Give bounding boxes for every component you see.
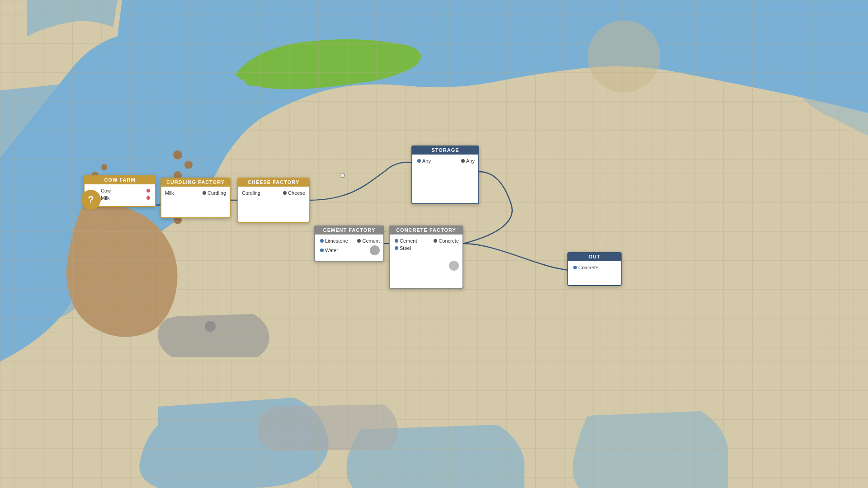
curdling-factory-header: CURDLING FACTORY: [160, 178, 231, 187]
storage-any-out-label: Any: [466, 158, 475, 164]
curdling-in-label: Curdling: [242, 190, 260, 196]
concrete-out-port: [434, 239, 437, 243]
storage-any-in-container: Any: [416, 158, 431, 164]
cow-farm-body: ? Cow Milk: [84, 184, 156, 207]
out-node-header: OUT: [567, 252, 622, 261]
concrete-icon: [449, 261, 459, 271]
limestone-in-container: Limestone: [319, 238, 348, 244]
milk-label: Milk: [101, 195, 110, 201]
storage-node[interactable]: STORAGE Any Any: [411, 145, 479, 204]
storage-row: Any Any: [416, 157, 475, 164]
concrete-out-label: Concrete: [439, 238, 459, 244]
curdling-out-container: Curdling: [201, 190, 226, 196]
curdling-factory-body: Milk Curdling: [160, 187, 231, 218]
svg-point-3: [173, 150, 182, 160]
concrete-factory-body: Cement Concrete Steel: [389, 235, 463, 289]
concrete-factory-header: CONCRETE FACTORY: [389, 225, 463, 235]
water-icon: [370, 245, 380, 255]
cheese-factory-body: Curdling Cheese: [237, 187, 310, 223]
cement-out-container: Cement: [356, 238, 380, 244]
cement-factory-node[interactable]: CEMENT FACTORY Limestone Cement Water: [314, 225, 384, 262]
cement-factory-header: CEMENT FACTORY: [314, 225, 384, 235]
out-concrete-row: Concrete: [572, 264, 617, 271]
cow-farm-icon: ?: [81, 190, 101, 210]
steel-in-container: Steel: [393, 245, 411, 251]
water-label: Water: [325, 248, 338, 253]
svg-point-12: [205, 321, 216, 332]
steel-port: [395, 246, 398, 250]
limestone-label: Limestone: [325, 238, 348, 244]
storage-out-port: [461, 159, 465, 163]
storage-header: STORAGE: [411, 145, 479, 155]
cement-out-port: [357, 239, 361, 243]
out-node[interactable]: OUT Concrete: [567, 252, 622, 286]
storage-body: Any Any: [411, 155, 479, 204]
cow-farm-milk-row: Milk: [101, 194, 151, 202]
concrete-out-container: Concrete: [432, 238, 459, 244]
cow-farm-cow-row: Cow: [101, 187, 151, 194]
cement-water-row: Water: [319, 244, 380, 256]
cement-factory-body: Limestone Cement Water: [314, 235, 384, 262]
storage-any-out-container: Any: [460, 158, 475, 164]
milk-in-port-container: Milk: [165, 190, 174, 196]
svg-point-4: [184, 161, 193, 169]
svg-point-13: [588, 20, 660, 93]
svg-point-2: [245, 75, 261, 86]
cow-port: [146, 189, 150, 192]
cheese-out-label: Cheese: [288, 190, 305, 196]
cheese-factory-header: CHEESE FACTORY: [237, 178, 310, 187]
cement-in-port: [395, 239, 398, 243]
out-concrete-label: Concrete: [578, 265, 599, 270]
curdling-out-port: [203, 191, 206, 195]
concrete-cement-row: Cement Concrete: [393, 237, 459, 244]
svg-point-11: [101, 164, 107, 170]
out-concrete-port: [573, 266, 577, 269]
cheese-out-port: [283, 191, 287, 195]
cement-out-label: Cement: [362, 238, 380, 244]
cow-farm-header: COW FARM: [84, 175, 156, 184]
cheese-factory-row: Curdling Cheese: [242, 189, 305, 197]
storage-any-in-label: Any: [422, 158, 431, 164]
limestone-port: [320, 239, 324, 243]
cow-farm-node[interactable]: COW FARM ? Cow Milk: [84, 175, 156, 207]
cement-in-container: Cement: [393, 238, 417, 244]
concrete-factory-node[interactable]: CONCRETE FACTORY Cement Concrete Steel: [389, 225, 463, 289]
milk-port: [146, 196, 150, 200]
cheese-factory-node[interactable]: CHEESE FACTORY Curdling Cheese: [237, 178, 310, 223]
cheese-out-container: Cheese: [282, 190, 305, 196]
out-concrete-in-container: Concrete: [572, 265, 599, 270]
concrete-steel-row: Steel: [393, 244, 459, 252]
water-in-container: Water: [319, 248, 338, 253]
out-node-body: Concrete: [567, 261, 622, 286]
curdling-factory-node[interactable]: CURDLING FACTORY Milk Curdling: [160, 178, 231, 218]
curdling-factory-row: Milk Curdling: [165, 189, 226, 197]
cow-label: Cow: [101, 188, 111, 193]
steel-label: Steel: [400, 245, 411, 251]
water-port: [320, 249, 324, 252]
storage-in-port: [417, 159, 421, 163]
cement-in-label: Cement: [400, 238, 417, 244]
milk-in-label: Milk: [165, 190, 174, 196]
curdling-out-label: Curdling: [208, 190, 226, 196]
cement-limestone-row: Limestone Cement: [319, 237, 380, 244]
